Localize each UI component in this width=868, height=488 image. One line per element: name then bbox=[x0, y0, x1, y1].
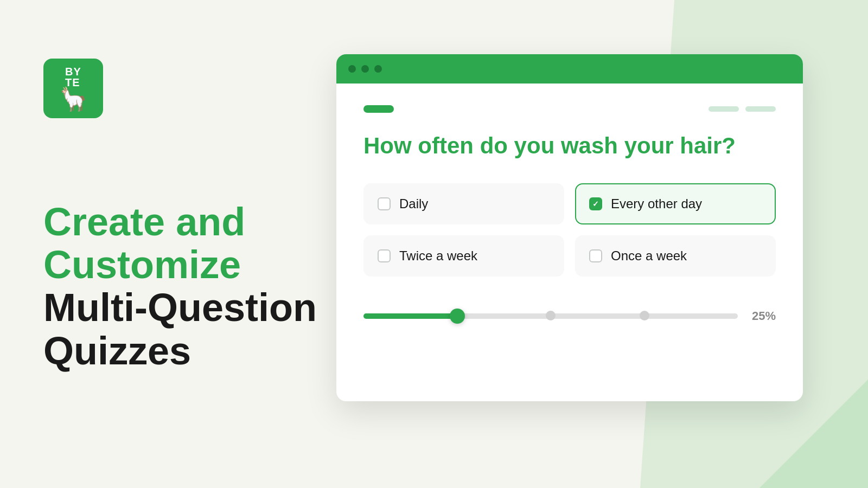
options-grid: Daily Every other day Twice a week Once … bbox=[363, 183, 776, 277]
slider-track[interactable] bbox=[363, 313, 738, 319]
browser-window: How often do you wash your hair? Daily E… bbox=[336, 54, 803, 401]
logo-text: BYTE bbox=[65, 66, 81, 88]
headline-line4: Quizzes bbox=[43, 329, 191, 373]
progress-area bbox=[363, 105, 776, 113]
option-every-other-day-checkbox[interactable] bbox=[589, 197, 602, 210]
option-twice-a-week-checkbox[interactable] bbox=[378, 249, 391, 262]
slider-area: 25% bbox=[363, 309, 776, 323]
headline-section: Create and Customize Multi-Question Quiz… bbox=[43, 201, 317, 373]
progress-pill-active bbox=[363, 105, 394, 113]
slider-dot-50[interactable] bbox=[546, 311, 556, 320]
option-daily-checkbox[interactable] bbox=[378, 197, 391, 210]
option-once-a-week[interactable]: Once a week bbox=[575, 235, 776, 277]
headline-line2: Customize bbox=[43, 243, 241, 286]
slider-thumb[interactable] bbox=[450, 309, 465, 324]
progress-pills-right bbox=[709, 106, 776, 112]
option-twice-a-week-label: Twice a week bbox=[399, 248, 477, 264]
browser-content: How often do you wash your hair? Daily E… bbox=[336, 84, 803, 345]
brand-logo: BYTE 🦙 bbox=[43, 59, 103, 118]
option-every-other-day[interactable]: Every other day bbox=[575, 183, 776, 224]
traffic-light-close[interactable] bbox=[348, 65, 356, 73]
option-once-a-week-checkbox[interactable] bbox=[589, 249, 602, 262]
browser-titlebar bbox=[336, 54, 803, 84]
slider-percent-label: 25% bbox=[749, 309, 776, 323]
option-daily-label: Daily bbox=[399, 196, 428, 211]
progress-pill-inactive-2 bbox=[745, 106, 776, 112]
option-every-other-day-label: Every other day bbox=[611, 196, 702, 211]
headline-line1: Create and bbox=[43, 200, 245, 243]
option-daily[interactable]: Daily bbox=[363, 183, 564, 224]
traffic-light-minimize[interactable] bbox=[361, 65, 369, 73]
logo-llama-icon: 🦙 bbox=[59, 88, 87, 111]
option-once-a-week-label: Once a week bbox=[611, 248, 687, 264]
question-title: How often do you wash your hair? bbox=[363, 132, 776, 159]
traffic-light-maximize[interactable] bbox=[374, 65, 382, 73]
slider-dot-75[interactable] bbox=[640, 311, 649, 320]
progress-pill-inactive-1 bbox=[709, 106, 739, 112]
slider-fill bbox=[363, 313, 457, 319]
headline-line3: Multi-Question bbox=[43, 286, 317, 329]
option-twice-a-week[interactable]: Twice a week bbox=[363, 235, 564, 277]
